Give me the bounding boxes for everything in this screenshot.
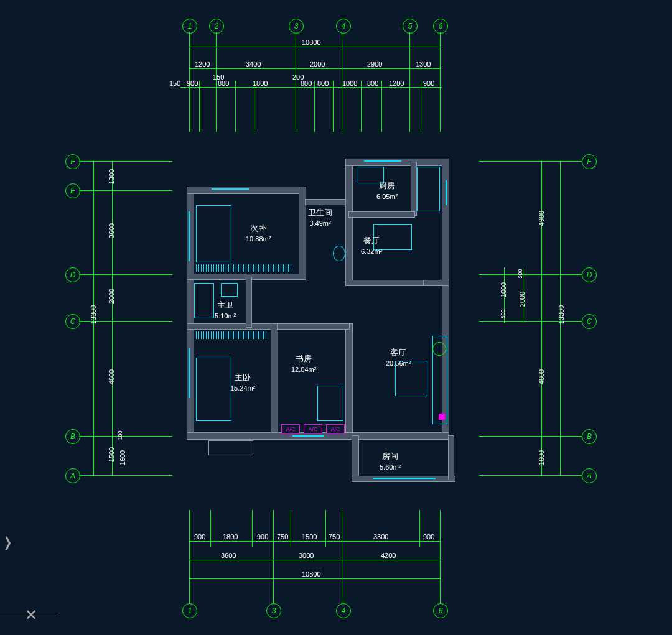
dim-line [541, 161, 542, 475]
grid-line [216, 32, 217, 132]
grid-line [254, 81, 254, 132]
wall [187, 187, 300, 194]
dim-text: 3300 [373, 533, 388, 540]
window [364, 160, 401, 162]
grid-bubble-5-top: 4 [336, 19, 351, 34]
grid-line [79, 475, 172, 476]
dim-text: 1000 [500, 282, 507, 297]
dim-text: 1500 [302, 533, 317, 540]
dim-text: 800 [301, 80, 312, 87]
grid-line [479, 436, 582, 437]
wall [345, 280, 427, 286]
dim-line [189, 560, 440, 560]
room-bathroom: 卫生间3.49m² [308, 207, 332, 228]
window [292, 435, 324, 437]
dim-text: 900 [423, 80, 434, 87]
wall [305, 199, 350, 205]
wall [448, 435, 454, 480]
grid-bubble-3-bot: 3 [266, 603, 281, 618]
dim-text: 750 [277, 533, 288, 540]
dim-text: 1800 [223, 533, 238, 540]
grid-bubble-B-right: B [582, 429, 597, 444]
grid-bubble-7-top: 6 [433, 19, 448, 34]
dim-text: 3600 [221, 552, 236, 559]
dim-text: 1500 [108, 447, 115, 462]
dim-text: 1600 [538, 450, 545, 465]
grid-bubble-D-right: D [582, 267, 597, 282]
wall [352, 432, 449, 440]
room-kitchen: 厨房6.05m² [376, 180, 398, 201]
room-master-bedroom: 主卧15.24m² [230, 372, 255, 392]
grid-bubble-7-bot: 6 [433, 603, 448, 618]
marker-icon [439, 414, 445, 420]
grid-line [325, 510, 326, 547]
grid-bubble-E-left: E [65, 183, 80, 198]
wall [345, 159, 446, 166]
grid-line [419, 510, 420, 547]
dim-text: 1300 [108, 169, 115, 184]
dim-text: 1000 [342, 80, 357, 87]
wardrobe [196, 331, 268, 339]
dim-text: 3400 [246, 60, 261, 68]
window [373, 478, 436, 479]
dim-text: 900 [187, 80, 198, 87]
grid-bubble-4-top: 3 [289, 19, 304, 34]
grid-line [291, 510, 291, 547]
wall [423, 280, 449, 286]
dim-text: 4200 [381, 552, 396, 559]
grid-line [333, 81, 334, 132]
dim-text: 2000 [310, 60, 325, 68]
wall [187, 187, 194, 437]
grid-bubble-A-left: A [65, 468, 80, 483]
room-extra: 房间5.60m² [380, 451, 401, 471]
grid-line [440, 510, 441, 603]
grid-bubble-A-right: A [582, 468, 597, 483]
grid-line [479, 274, 582, 275]
dim-total-right: 13300 [558, 305, 565, 325]
dim-line [189, 47, 440, 47]
wall [352, 476, 455, 482]
wall [277, 323, 350, 330]
room-living: 客厅20.56m² [386, 347, 411, 368]
dim-text: 1800 [253, 80, 268, 87]
grid-line [421, 81, 421, 132]
wall [187, 323, 275, 330]
ac-unit: A/C [304, 424, 322, 433]
grid-line [343, 510, 343, 603]
dim-text: 800 [317, 80, 329, 87]
room-dining: 餐厅6.32m² [361, 235, 382, 256]
cursor-icon: ⟩ [3, 534, 13, 552]
dim-text: 4900 [538, 211, 545, 226]
ac-unit: A/C [326, 424, 345, 433]
grid-bubble-C-left: C [65, 314, 80, 329]
grid-bubble-6-top: 5 [403, 19, 418, 34]
grid-line [409, 32, 410, 132]
window [189, 211, 190, 261]
dim-text: 2000 [518, 292, 526, 307]
wall [348, 211, 415, 218]
grid-line [440, 32, 441, 132]
dim-text: 800 [218, 80, 229, 87]
dim-text: 150 [169, 80, 180, 87]
basin [221, 283, 238, 297]
shower [194, 283, 214, 318]
cad-floor-plan: 1 2 3 4 5 6 10800 1200 3400 2000 2900 13… [0, 0, 672, 635]
dim-text: 2900 [367, 60, 382, 68]
grid-line [252, 510, 253, 547]
grid-line [314, 81, 315, 132]
grid-bubble-F-left: F [65, 154, 80, 169]
grid-line [479, 161, 582, 162]
dim-text: 2000 [108, 289, 115, 304]
dim-text: 1600 [119, 450, 126, 465]
grid-bubble-B-left: B [65, 429, 80, 444]
dim-text: 900 [257, 533, 268, 540]
grid-bubble-2-top: 2 [209, 19, 224, 34]
wall [246, 277, 252, 328]
dim-text: 1300 [416, 60, 431, 68]
grid-line [189, 510, 190, 603]
window [189, 348, 190, 398]
wardrobe [196, 264, 292, 272]
dim-text: 4800 [538, 369, 545, 384]
room-master-bath: 主卫5.10m² [215, 300, 236, 320]
grid-line [479, 475, 582, 476]
